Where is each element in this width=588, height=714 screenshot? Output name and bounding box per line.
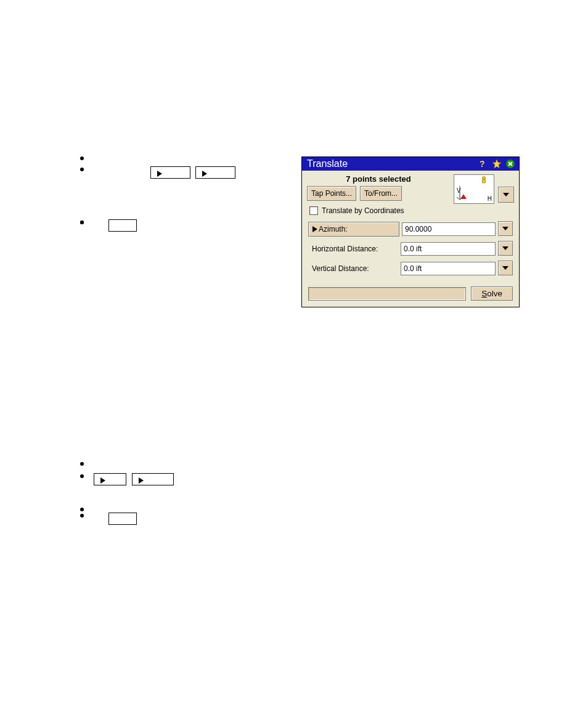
preview-dropdown-button[interactable] — [498, 187, 514, 203]
inline-button-ref-2 — [108, 513, 136, 525]
svg-marker-12 — [502, 227, 508, 230]
solve-button[interactable]: Solve — [471, 286, 513, 301]
svg-marker-13 — [502, 246, 508, 250]
svg-text:?: ? — [480, 159, 485, 169]
svg-marker-14 — [502, 266, 508, 270]
close-icon[interactable] — [505, 159, 515, 169]
svg-marker-5 — [492, 160, 501, 168]
star-icon[interactable] — [492, 159, 502, 169]
horizontal-distance-label: Horizontal Distance: — [308, 242, 398, 256]
help-icon[interactable]: ? — [478, 159, 488, 169]
azimuth-label: Azimuth: — [319, 222, 348, 236]
dialog-titlebar: Translate ? — [302, 157, 519, 171]
dialog-title: Translate — [307, 158, 476, 169]
horizontal-distance-input[interactable]: 0.0 ift — [401, 242, 496, 256]
svg-marker-1 — [202, 171, 207, 177]
azimuth-label-button[interactable]: Azimuth: — [308, 222, 399, 237]
inline-arrow-button-2 — [195, 166, 235, 179]
status-bar — [308, 287, 466, 301]
vertical-distance-label: Vertical Distance: — [308, 262, 398, 275]
translate-by-coordinates-label: Translate by Coordinates — [322, 206, 404, 215]
inline-arrow-button-4 — [132, 473, 174, 485]
svg-marker-10 — [503, 193, 509, 197]
preview-pane: V H — [454, 174, 494, 204]
svg-marker-2 — [100, 477, 105, 484]
svg-marker-11 — [312, 226, 317, 232]
azimuth-dropdown-button[interactable] — [498, 221, 513, 236]
horizontal-dropdown-button[interactable] — [498, 241, 513, 256]
svg-marker-3 — [139, 477, 144, 484]
person-icon — [480, 176, 488, 187]
vertical-dropdown-button[interactable] — [498, 261, 513, 275]
translate-by-coordinates-checkbox[interactable] — [309, 206, 318, 215]
svg-marker-0 — [157, 171, 162, 177]
solve-button-rest: olve — [487, 289, 502, 298]
arrow-icon — [455, 186, 464, 202]
tap-points-button[interactable]: Tap Points... — [307, 186, 356, 201]
svg-rect-8 — [483, 179, 486, 183]
inline-arrow-button-3 — [94, 473, 126, 485]
translate-dialog: Translate ? 7 points selected Tap Points… — [301, 156, 520, 307]
inline-arrow-button-1 — [150, 166, 190, 179]
vertical-distance-input[interactable]: 0.0 ift — [401, 262, 496, 275]
instruction-list-2 — [80, 461, 512, 536]
points-selected-count: 7 points selected — [307, 174, 450, 184]
instruction-list-1 — [80, 155, 293, 243]
inline-button-solve-ref — [108, 219, 136, 232]
to-from-button[interactable]: To/From... — [360, 186, 402, 201]
azimuth-input[interactable]: 90.0000 — [402, 222, 496, 236]
h-axis-label: H — [488, 195, 492, 202]
